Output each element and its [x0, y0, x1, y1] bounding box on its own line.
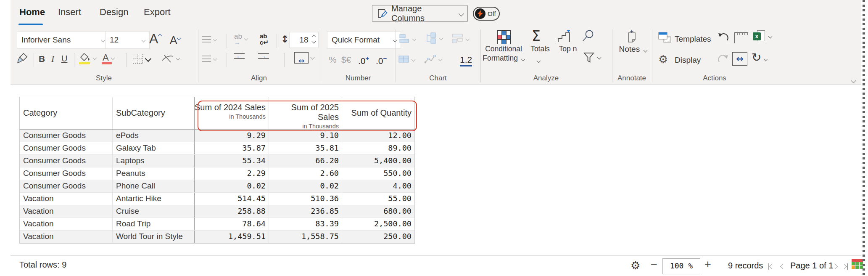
table-row[interactable]: Consumer GoodsPeanuts2.292.60550.00 [20, 167, 414, 180]
column-header-subcategory[interactable]: SubCategory [113, 97, 195, 129]
decrease-decimal-button[interactable]: .0− [376, 55, 387, 66]
filter-button[interactable] [583, 52, 601, 64]
table-row[interactable]: Consumer GoodsePods9.299.1012.00 [20, 130, 414, 142]
tab-insert[interactable]: Insert [58, 7, 81, 18]
table-cell-number[interactable]: 236.85 [269, 205, 342, 218]
row-height-stepper[interactable] [312, 35, 315, 43]
table-cell-number[interactable]: 1,558.75 [269, 231, 342, 243]
totals-chevron[interactable] [537, 56, 540, 64]
settings-gear-icon[interactable]: ⚙ [631, 259, 640, 272]
table-cell-number[interactable]: 680.00 [342, 205, 414, 218]
column-header-category[interactable]: Category [20, 97, 113, 129]
hierarchy-chart-button[interactable] [425, 32, 443, 44]
fill-color-button[interactable] [80, 53, 96, 61]
table-row[interactable]: Consumer GoodsGalaxy Tab35.8735.8189.00 [20, 142, 414, 155]
sparkline-button[interactable] [425, 54, 442, 64]
table-cell-number[interactable]: 35.81 [269, 142, 342, 154]
bar-chart-button[interactable] [399, 34, 416, 44]
table-cell-number[interactable]: 0.02 [195, 180, 269, 192]
previous-page-button[interactable] [781, 263, 785, 270]
column-header-quantity[interactable]: Sum of Quantity [342, 97, 414, 129]
redo-button[interactable] [717, 54, 730, 66]
italic-button[interactable]: I [51, 54, 54, 64]
increase-decimal-button[interactable]: .0+ [358, 55, 369, 66]
font-color-button[interactable]: A [103, 52, 114, 63]
table-row[interactable]: VacationWorld Tour in Style1,459.511,558… [20, 231, 414, 243]
last-page-button[interactable] [842, 263, 848, 270]
templates-button[interactable]: Templates [675, 34, 711, 44]
table-cell-number[interactable]: 89.00 [342, 142, 414, 154]
first-page-button[interactable] [768, 263, 774, 270]
borders-button[interactable] [133, 54, 150, 64]
horizontal-align-button[interactable] [202, 56, 216, 62]
table-cell-text[interactable]: Consumer Goods [20, 155, 113, 167]
column-header-2024-sales[interactable]: Sum of 2024 Sales in Thousands [195, 97, 269, 129]
table-cell-text[interactable]: ePods [113, 130, 195, 142]
table-cell-text[interactable]: Galaxy Tab [113, 142, 195, 154]
clear-formatting-button[interactable] [161, 54, 179, 63]
table-row[interactable]: Consumer GoodsLaptops55.3466.205,400.00 [20, 155, 414, 167]
table-row[interactable]: VacationAntartic Hike514.45510.3655.00 [20, 193, 414, 205]
column-width-button[interactable]: ↔ [294, 52, 314, 64]
table-cell-text[interactable]: Consumer Goods [20, 167, 113, 180]
table-cell-number[interactable]: 35.87 [195, 142, 269, 154]
table-cell-text[interactable]: Road Trip [113, 218, 195, 230]
percent-format-button[interactable]: % [329, 55, 337, 65]
table-cell-number[interactable]: 12.00 [342, 130, 414, 142]
table-cell-text[interactable]: Vacation [20, 205, 113, 218]
visual-selection-dotted-border[interactable] [863, 0, 865, 276]
table-row[interactable]: VacationRoad Trip78.6483.392,500.00 [20, 218, 414, 231]
column-header-2025-sales[interactable]: Sum of 2025 Sales in Thousands [269, 97, 342, 129]
inforiver-grid-logo[interactable] [852, 259, 863, 269]
table-cell-number[interactable]: 2.29 [195, 167, 269, 180]
display-button[interactable]: Display [675, 56, 701, 65]
table-cell-number[interactable]: 2,500.00 [342, 218, 414, 230]
table-row[interactable]: Consumer GoodsPhone Call0.020.024.00 [20, 180, 414, 193]
power-toggle[interactable]: Off [473, 7, 500, 21]
zoom-level-input[interactable]: 100 % [662, 258, 700, 274]
decrease-font-size-button[interactable]: A [170, 34, 180, 47]
export-excel-button[interactable]: x [753, 30, 772, 43]
layout-chart-button[interactable] [452, 34, 469, 44]
zoom-out-button[interactable]: − [651, 258, 657, 271]
table-row[interactable]: VacationCruise258.88236.85680.00 [20, 205, 414, 218]
decrease-indent-button[interactable]: ← [234, 53, 245, 59]
table-cell-number[interactable]: 66.20 [269, 155, 342, 167]
zoom-in-button[interactable]: + [704, 258, 711, 271]
table-chart-button[interactable] [398, 56, 415, 63]
tab-home[interactable]: Home [19, 7, 45, 18]
table-cell-number[interactable]: 5,400.00 [342, 155, 414, 167]
format-painter-button[interactable] [17, 52, 29, 66]
decimal-places-button[interactable]: 1.2 [460, 55, 472, 66]
fit-width-button[interactable]: ↔ [732, 52, 747, 66]
currency-format-button[interactable]: $€ [341, 55, 351, 65]
undo-button[interactable] [717, 32, 730, 45]
table-cell-number[interactable]: 9.10 [269, 130, 342, 142]
table-cell-number[interactable]: 0.02 [269, 180, 342, 192]
quick-format-select[interactable]: Quick Format [327, 31, 401, 49]
table-cell-number[interactable]: 514.45 [195, 193, 269, 205]
table-cell-text[interactable]: Phone Call [113, 180, 195, 192]
table-cell-text[interactable]: Consumer Goods [20, 130, 113, 142]
table-cell-text[interactable]: Vacation [20, 231, 113, 243]
table-cell-number[interactable]: 510.36 [269, 193, 342, 205]
increase-indent-button[interactable]: → [258, 53, 269, 59]
table-cell-number[interactable]: 1,459.51 [195, 231, 269, 243]
increase-font-size-button[interactable]: A [149, 31, 161, 47]
table-cell-number[interactable]: 83.39 [269, 218, 342, 230]
table-cell-number[interactable]: 9.29 [195, 130, 269, 142]
table-cell-number[interactable]: 550.00 [342, 167, 414, 180]
table-cell-text[interactable]: Vacation [20, 218, 113, 230]
table-cell-text[interactable]: Peanuts [113, 167, 195, 180]
table-cell-text[interactable]: World Tour in Style [113, 231, 195, 243]
tab-design[interactable]: Design [100, 7, 128, 18]
table-cell-number[interactable]: 55.34 [195, 155, 269, 167]
table-cell-text[interactable]: Cruise [113, 205, 195, 218]
search-button[interactable] [582, 29, 595, 44]
conditional-formatting-label2[interactable]: Formatting [478, 54, 529, 63]
notes-button[interactable]: Notes [610, 45, 656, 54]
underline-button[interactable]: U [61, 54, 67, 64]
table-cell-text[interactable]: Consumer Goods [20, 180, 113, 192]
manage-columns-button[interactable]: Manage Columns [372, 5, 468, 22]
tab-export[interactable]: Export [144, 7, 171, 18]
